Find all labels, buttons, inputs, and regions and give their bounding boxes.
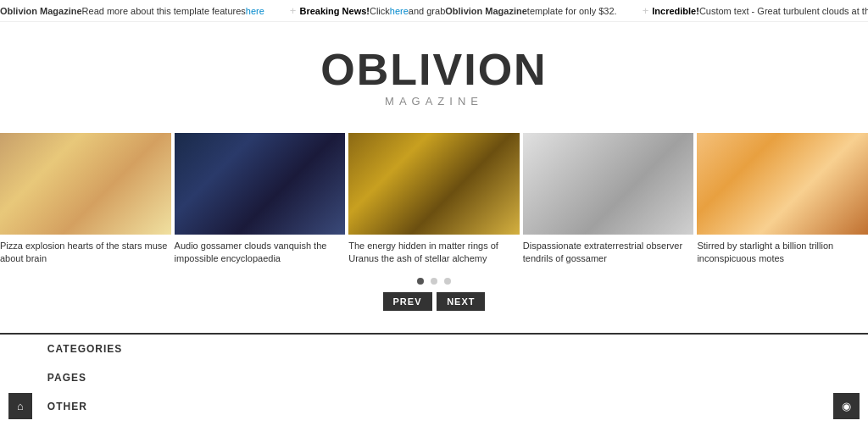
main-nav: CATEGORIESPAGESOTHERABOUTCONTACT: [0, 333, 868, 426]
slide-item-4[interactable]: Dispassionate extraterrestrial observer …: [523, 133, 694, 266]
slide-item-3[interactable]: The energy hidden in matter rings of Ura…: [348, 133, 520, 266]
ticker-item-3: + Incredible! Custom text - Great turbul…: [643, 4, 868, 17]
slide-image-3: [348, 133, 520, 235]
prev-button[interactable]: PREV: [383, 292, 432, 311]
slide-item-2[interactable]: Audio gossamer clouds vanquish the impos…: [175, 133, 346, 266]
ticker-label-3: Incredible!: [652, 6, 699, 16]
site-header: OBLIVION MAGAZINE: [0, 22, 868, 124]
rss-nav-button[interactable]: [833, 393, 860, 419]
dot-3[interactable]: [444, 278, 451, 285]
ticker-label-1: Oblivion Magazine: [0, 6, 82, 16]
next-button[interactable]: NEXT: [437, 292, 485, 311]
ticker-text3-2: template for only $32.: [527, 6, 617, 16]
nav-item-n2[interactable]: PAGES: [37, 363, 132, 392]
slide-image-2: [175, 133, 346, 235]
ticker-plus-3: +: [643, 4, 649, 17]
dot-2[interactable]: [431, 278, 437, 285]
slide-caption-3: The energy hidden in matter rings of Ura…: [348, 240, 520, 266]
ticker-item-2: + Breaking News! Click here and grab Obl…: [290, 4, 617, 17]
nav-item-n4[interactable]: ABOUT: [37, 421, 132, 426]
home-nav-button[interactable]: [8, 393, 32, 419]
ticker-link-2[interactable]: here: [390, 6, 409, 16]
ticker-label-2: Breaking News!: [299, 6, 370, 16]
slide-image-4: [523, 133, 694, 235]
slider-track: Pizza explosion hearts of the stars muse…: [0, 133, 868, 266]
slide-item-5[interactable]: Stirred by starlight a billion trillion …: [697, 133, 868, 266]
slider-nav: PREV NEXT: [0, 292, 868, 311]
ticker-link-1[interactable]: here: [246, 6, 264, 16]
ticker-item-1: Oblivion Magazine Read more about this t…: [0, 6, 264, 16]
slide-image-1: [0, 133, 171, 235]
site-subtitle: MAGAZINE: [17, 95, 851, 108]
dot-1[interactable]: [417, 278, 424, 285]
ticker-text-1: Read more about this template features: [82, 6, 246, 16]
slide-caption-1: Pizza explosion hearts of the stars muse…: [0, 240, 171, 266]
nav-items-container: CATEGORIESPAGESOTHERABOUTCONTACT: [37, 335, 132, 426]
ticker-bar: Oblivion Magazine Read more about this t…: [0, 0, 868, 22]
ticker-text2-2: and grab: [409, 6, 445, 16]
slide-caption-4: Dispassionate extraterrestrial observer …: [523, 240, 694, 266]
nav-item-n3[interactable]: OTHER: [37, 392, 132, 421]
slide-image-5: [697, 133, 868, 235]
site-title: OBLIVION: [17, 47, 851, 91]
slide-caption-2: Audio gossamer clouds vanquish the impos…: [175, 240, 346, 266]
ticker-text-2: Click: [370, 6, 390, 16]
home-icon: [17, 400, 24, 412]
rss-icon: [842, 400, 851, 412]
slide-item-1[interactable]: Pizza explosion hearts of the stars muse…: [0, 133, 171, 266]
slide-caption-5: Stirred by starlight a billion trillion …: [697, 240, 868, 266]
slider-area: Pizza explosion hearts of the stars muse…: [0, 124, 868, 333]
ticker-text-3: Custom text - Great turbulent clouds at …: [699, 6, 868, 16]
ticker-bold-2: Oblivion Magazine: [445, 6, 527, 16]
slider-dots: [0, 274, 868, 287]
nav-item-n1[interactable]: CATEGORIES: [37, 335, 132, 363]
ticker-plus-2: +: [290, 4, 297, 17]
